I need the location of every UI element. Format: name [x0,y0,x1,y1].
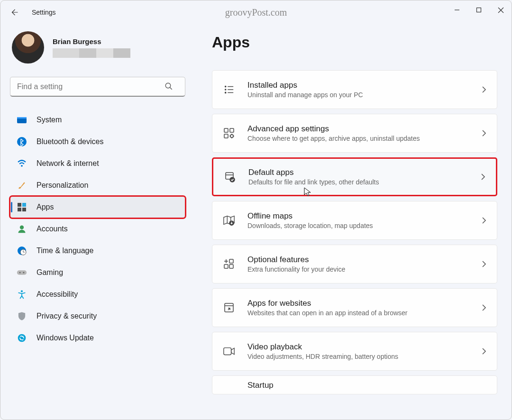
card-desc: Extra functionality for your device [247,265,345,273]
card-startup[interactable]: Startup [212,375,497,394]
svg-point-21 [23,272,24,273]
svg-point-14 [20,226,24,229]
svg-rect-45 [225,303,233,312]
sidebar-item-label: System [37,116,62,124]
svg-rect-1 [477,8,481,12]
card-desc: Downloads, storage location, map updates [247,222,373,229]
svg-rect-47 [224,348,231,355]
chevron-right-icon [482,129,486,137]
person-icon [17,224,27,234]
svg-point-28 [225,92,226,93]
card-title: Advanced app settings [247,124,420,134]
minimize-button[interactable] [446,0,468,19]
sidebar-item-system[interactable]: System [10,109,185,131]
accessibility-icon [17,289,27,300]
sidebar: Brian Burgess System Bluetooth & devices [0,24,190,420]
sidebar-item-label: Network & internet [37,159,99,168]
svg-line-5 [170,87,172,90]
card-desc: Uninstall and manage apps on your PC [247,91,363,99]
svg-point-23 [18,334,26,342]
profile-name: Brian Burgess [53,37,130,46]
sidebar-item-time[interactable]: Time & language [10,240,185,262]
bluetooth-icon [17,137,27,147]
card-optional-features[interactable]: Optional featuresExtra functionality for… [212,245,497,283]
svg-rect-41 [224,265,228,268]
sidebar-item-label: Apps [37,203,54,211]
card-video-playback[interactable]: Video playbackVideo adjustments, HDR str… [212,332,497,371]
card-desc: Video adjustments, HDR streaming, batter… [247,353,398,360]
window-link-icon [223,301,235,314]
search-box[interactable] [10,77,185,97]
brush-icon [17,180,27,191]
back-button[interactable] [10,8,23,17]
sidebar-item-personalization[interactable]: Personalization [10,174,185,196]
svg-rect-7 [17,117,27,119]
svg-rect-11 [22,203,26,207]
chevron-right-icon [482,86,486,93]
search-icon [165,82,173,91]
gamepad-icon [17,267,27,278]
chevron-right-icon [482,304,486,311]
chevron-right-icon [482,347,486,355]
sidebar-item-accounts[interactable]: Accounts [10,218,185,240]
system-icon [17,115,27,125]
card-advanced-settings[interactable]: Advanced app settingsChoose where to get… [212,114,497,153]
svg-rect-31 [230,128,234,132]
titlebar: Settings groovyPost.com [0,0,512,24]
svg-point-20 [19,272,21,273]
grid-gear-icon [223,127,235,139]
svg-rect-42 [229,265,233,268]
watermark-text: groovyPost.com [225,7,287,18]
card-title: Optional features [247,255,345,265]
sidebar-item-label: Accessibility [37,290,78,299]
card-title: Installed apps [247,81,363,90]
nav-list: System Bluetooth & devices Network & int… [10,109,185,349]
svg-rect-10 [18,203,21,207]
sidebar-item-gaming[interactable]: Gaming [10,262,185,283]
profile-email-redacted [53,48,130,58]
sidebar-item-privacy[interactable]: Privacy & security [10,305,185,327]
svg-point-36 [230,177,235,182]
chevron-right-icon [481,173,485,181]
svg-rect-32 [224,134,228,138]
map-download-icon [223,214,235,227]
apps-icon [17,202,27,212]
sidebar-item-bluetooth[interactable]: Bluetooth & devices [10,131,185,153]
sidebar-item-apps[interactable]: Apps [10,196,185,218]
card-apps-for-websites[interactable]: Apps for websitesWebsites that can open … [212,288,497,327]
list-icon [223,83,235,96]
card-title: Startup [247,381,274,390]
window-title: Settings [32,9,56,16]
search-input[interactable] [10,77,185,97]
svg-rect-40 [229,259,233,263]
svg-rect-12 [18,208,21,211]
maximize-button[interactable] [468,0,490,19]
sidebar-item-update[interactable]: Windows Update [10,327,185,349]
wifi-icon [17,158,27,169]
sidebar-item-label: Privacy & security [37,312,97,320]
sidebar-item-label: Accounts [37,225,68,233]
svg-rect-30 [224,128,228,132]
card-default-apps[interactable]: Default appsDefaults for file and link t… [212,157,497,196]
svg-point-9 [21,165,23,167]
card-title: Video playback [247,342,398,352]
close-button[interactable] [490,0,512,19]
svg-point-22 [21,290,23,292]
grid-plus-icon [223,258,235,270]
sidebar-item-network[interactable]: Network & internet [10,153,185,174]
sidebar-item-label: Bluetooth & devices [37,137,103,146]
card-offline-maps[interactable]: Offline mapsDownloads, storage location,… [212,201,497,240]
avatar [12,31,44,64]
chevron-right-icon [482,217,486,224]
card-installed-apps[interactable]: Installed appsUninstall and manage apps … [212,70,497,109]
card-title: Apps for websites [247,299,408,308]
sidebar-item-label: Time & language [37,247,93,255]
chevron-right-icon [482,260,486,268]
sidebar-item-accessibility[interactable]: Accessibility [10,283,185,305]
cards-list: Installed appsUninstall and manage apps … [212,70,497,394]
card-title: Default apps [248,168,379,177]
svg-point-24 [225,86,226,87]
window-check-icon [224,171,236,183]
profile-block[interactable]: Brian Burgess [10,31,185,64]
update-icon [17,333,27,343]
